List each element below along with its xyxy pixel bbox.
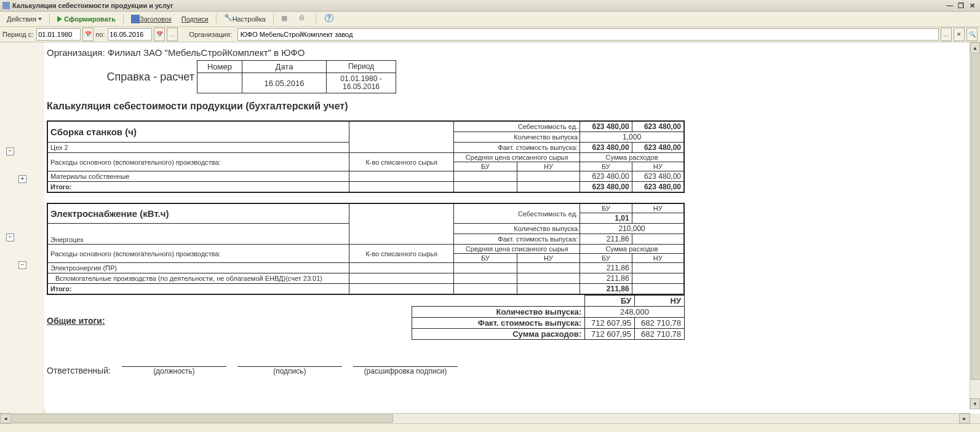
setup-button[interactable]: Настройка — [220, 12, 270, 26]
org-open-button[interactable]: 🔍 — [966, 28, 978, 41]
fact-cost-label2: Факт. стоимость выпуска: — [454, 234, 580, 245]
b2-row0-nu — [632, 263, 684, 273]
b2-row1-name: Вспомогательные производства (по деятель… — [47, 273, 349, 284]
collapse-node-block2-detail[interactable]: − — [18, 261, 26, 269]
tot-nu-hdr: НУ — [635, 296, 685, 307]
collapse-node-block1[interactable]: − — [6, 147, 14, 155]
row-bu: 623 480,00 — [580, 171, 632, 182]
date-from-input[interactable] — [36, 28, 81, 41]
period-picker-button[interactable]: … — [167, 28, 178, 41]
print-button[interactable] — [295, 12, 313, 26]
minimize-button[interactable]: — — [944, 1, 955, 10]
caption-position: (должность) — [153, 367, 194, 375]
parameter-bar: Период с: 📅 по: 📅 … Организация: … ✕ 🔍 — [0, 27, 980, 42]
report-pane: Организация: Филиал ЗАО "МебельСтройКомп… — [44, 42, 970, 409]
qty-label: Количество выпуска — [454, 132, 580, 143]
fact-cost-label: Факт. стоимость выпуска: — [454, 143, 580, 153]
qty-mat-label2: К-во списанного сырья — [349, 245, 454, 263]
signature-area: Ответственный: (должность) (подпись) (ра… — [47, 366, 968, 375]
block1-qty: 1,000 — [580, 132, 684, 143]
scroll-down-button[interactable]: ▼ — [970, 398, 980, 409]
tot-sum-bu: 712 607,95 — [585, 329, 635, 340]
sum-bu2: БУ — [580, 254, 632, 263]
org-clear-button[interactable]: ✕ — [954, 28, 965, 41]
itogo-label: Итого: — [47, 182, 349, 193]
header-button[interactable]: Заголовок — [127, 12, 176, 26]
help-icon — [324, 15, 332, 23]
b2-row0-name: Электроэнергия (ПР) — [47, 263, 349, 273]
block2-table: Электроснабжение (кВт.ч) Себестоимость е… — [47, 203, 685, 295]
wrench-icon — [224, 15, 233, 23]
scroll-up-button[interactable]: ▲ — [970, 42, 980, 53]
help-button[interactable] — [319, 12, 337, 26]
tot-qty: 248,000 — [585, 307, 685, 318]
separator — [123, 14, 124, 25]
sum-cost-label: Сумма расходов — [580, 153, 684, 162]
b2-nu-hdr: НУ — [632, 203, 684, 213]
separator — [273, 14, 274, 25]
printer-icon — [300, 15, 308, 23]
unit-cost-label2: Себестоимость ед. — [454, 203, 580, 224]
qty-label2: Количество выпуска — [454, 224, 580, 234]
date-to-input[interactable] — [108, 28, 152, 41]
table-view-button[interactable] — [277, 12, 294, 26]
main-toolbar: Действия Сформировать Заголовок Подписи … — [0, 12, 980, 27]
generate-button[interactable]: Сформировать — [53, 12, 120, 26]
block1-total-nu: 623 480,00 — [632, 182, 684, 193]
collapse-node-block2[interactable]: − — [6, 234, 14, 242]
b2-qty: 210,000 — [580, 224, 684, 234]
period-to-label: по: — [95, 31, 105, 38]
actions-menu[interactable]: Действия — [2, 12, 46, 26]
status-bar — [0, 423, 980, 432]
tot-sum-label: Сумма расходов: — [412, 329, 585, 340]
tot-bu-hdr: БУ — [585, 296, 635, 307]
sum-nu2: НУ — [632, 254, 684, 263]
scroll-thumb-h[interactable] — [10, 414, 393, 423]
b2-bu-hdr: БУ — [580, 203, 632, 213]
b2-fact: 211,86 — [580, 234, 632, 245]
generate-label: Сформировать — [64, 15, 116, 23]
organization-input[interactable] — [237, 28, 939, 41]
cell-period: 01.01.1980 - 16.05.2016 — [327, 73, 396, 93]
row-name: Материалы собственные — [47, 171, 349, 182]
separator — [316, 14, 316, 25]
restore-button[interactable]: ❐ — [955, 1, 966, 10]
date-to-calendar-button[interactable]: 📅 — [154, 28, 165, 41]
window-title: Калькуляция себестоимости продукции и ус… — [12, 2, 173, 9]
block1-name: Сборка станков (ч) — [47, 121, 349, 143]
tot-fact-bu: 712 607,95 — [585, 318, 635, 329]
separator — [216, 14, 217, 25]
date-from-calendar-button[interactable]: 📅 — [82, 28, 94, 41]
horizontal-scrollbar[interactable]: ◄ ► — [0, 413, 970, 423]
scroll-thumb-v[interactable] — [971, 53, 980, 380]
cell-number — [197, 73, 242, 93]
scroll-left-button[interactable]: ◄ — [0, 414, 11, 423]
tot-fact-label: Факт. стоимость выпуска: — [412, 318, 585, 329]
responsible-label: Ответственный: — [47, 366, 111, 375]
sum-nu: НУ — [632, 162, 684, 171]
signatures-button[interactable]: Подписи — [177, 12, 213, 26]
organization-line: Организация: Филиал ЗАО "МебельСтройКомп… — [47, 46, 968, 59]
actions-label: Действия — [7, 15, 36, 23]
separator — [49, 14, 50, 25]
document-header: Справка - расчет Номер Дата Период 16.05… — [47, 60, 968, 93]
header-icon — [131, 15, 140, 23]
caption-signature: (подпись) — [273, 367, 306, 375]
b2-total: 211,86 — [580, 284, 632, 295]
block1-fact-nu: 623 480,00 — [632, 143, 684, 153]
avg-nu: НУ — [517, 162, 580, 171]
report-title: Калькуляция себестоимости продукции (бух… — [47, 101, 968, 112]
outline-margin: − + − − — [0, 42, 45, 423]
close-button[interactable]: ✕ — [966, 1, 978, 10]
itogo-label2: Итого: — [47, 284, 349, 295]
caption-decoding: (расшифровка подписи) — [364, 367, 447, 375]
vertical-scrollbar[interactable]: ▲ ▼ — [970, 42, 980, 409]
org-select-button[interactable]: … — [941, 28, 952, 41]
col-date: Дата — [242, 61, 327, 73]
block1-unit: Цех 2 — [47, 143, 349, 153]
content-area: − + − − Организация: Филиал ЗАО "МебельС… — [0, 42, 980, 423]
scroll-right-button[interactable]: ► — [959, 414, 970, 423]
period-from-label: Период с: — [2, 31, 33, 38]
expand-node-block1-detail[interactable]: + — [18, 175, 26, 183]
block2-name: Электроснабжение (кВт.ч) — [47, 203, 349, 224]
